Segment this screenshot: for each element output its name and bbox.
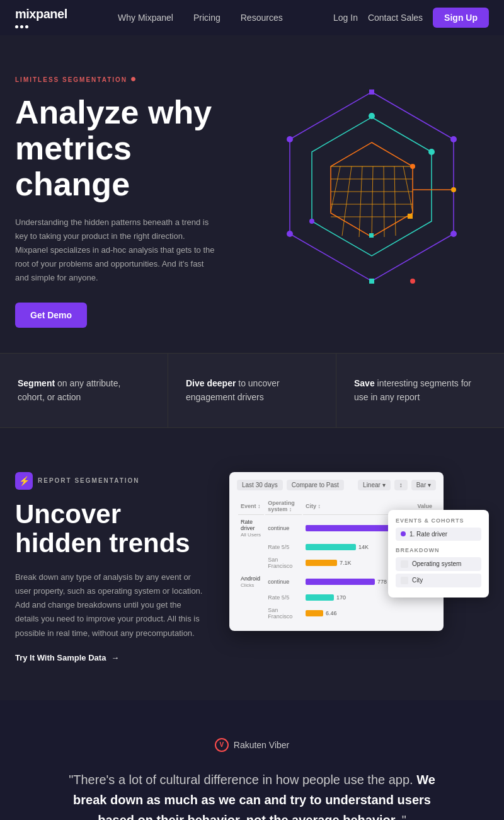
svg-line-11 xyxy=(372,166,373,237)
svg-line-13 xyxy=(394,166,396,236)
col-event: Event ↕ xyxy=(238,498,264,515)
svg-point-28 xyxy=(309,219,314,224)
event-item[interactable]: 1. Rate driver xyxy=(396,528,481,541)
toolbar-compare[interactable]: Compare to Past xyxy=(287,480,344,490)
svg-rect-27 xyxy=(408,214,413,219)
hero-section: LIMITLESS SEGMENTATION ● Analyze why met… xyxy=(0,35,504,353)
table-row: San Francisco 6.46 xyxy=(238,604,435,622)
hero-content: LIMITLESS SEGMENTATION ● Analyze why met… xyxy=(15,73,255,328)
report-section: ⚡ REPORT SEGMENTATION Uncover hidden tre… xyxy=(0,428,504,700)
mockup-toolbar: Last 30 days Compare to Past Linear ▾ ↕ … xyxy=(237,480,436,490)
contact-button[interactable]: Contact Sales xyxy=(368,13,423,23)
svg-line-9 xyxy=(342,166,352,236)
city-icon xyxy=(401,577,408,584)
svg-point-30 xyxy=(410,279,415,284)
svg-line-14 xyxy=(403,166,413,212)
feature-save: Save interesting segments for use in any… xyxy=(336,354,504,427)
signup-button[interactable]: Sign Up xyxy=(433,8,489,28)
hero-graphic xyxy=(258,73,485,300)
try-link[interactable]: Try It With Sample Data → xyxy=(15,653,204,662)
section-badge: ⚡ REPORT SEGMENTATION xyxy=(15,472,204,490)
testimonial-section: V Rakuten Viber "There's a lot of cultur… xyxy=(0,700,504,820)
badge-icon: ⚡ xyxy=(15,472,33,490)
logo: mixpanel xyxy=(15,7,67,28)
col-os: Operating system ↕ xyxy=(265,498,302,515)
event-dot xyxy=(401,531,406,536)
nav-why[interactable]: Why Mixpanel xyxy=(118,13,173,23)
section-title: Uncover hidden trends xyxy=(15,500,204,558)
toolbar-bar[interactable]: Bar ▾ xyxy=(411,480,436,490)
toolbar-sort[interactable]: ↕ xyxy=(394,480,408,490)
hero-badge: LIMITLESS SEGMENTATION ● xyxy=(15,73,255,84)
svg-marker-0 xyxy=(290,92,454,281)
events-cohorts-label: EVENTS & COHORTS xyxy=(396,517,481,524)
nav-links: Why Mixpanel Pricing Resources xyxy=(118,13,283,23)
nav-pricing[interactable]: Pricing xyxy=(193,13,220,23)
svg-point-19 xyxy=(287,231,293,237)
breakdown-sidebar: EVENTS & COHORTS 1. Rate driver BREAKDOW… xyxy=(388,510,489,598)
feature-strip: Segment on any attribute, cohort, or act… xyxy=(0,353,504,428)
breakdown-label: BREAKDOWN xyxy=(396,547,481,553)
logo-text: mixpanel xyxy=(15,7,67,21)
svg-point-22 xyxy=(369,113,375,119)
rakuten-logo: V Rakuten Viber xyxy=(25,738,479,752)
breakdown-os[interactable]: Operating system xyxy=(396,557,481,571)
svg-point-17 xyxy=(287,136,293,142)
report-left: ⚡ REPORT SEGMENTATION Uncover hidden tre… xyxy=(15,472,204,662)
navbar: mixpanel Why Mixpanel Pricing Resources … xyxy=(0,0,504,35)
svg-point-21 xyxy=(428,149,435,155)
badge-text: REPORT SEGMENTATION xyxy=(38,477,140,484)
arrow-icon: → xyxy=(111,653,119,662)
svg-line-10 xyxy=(359,166,362,237)
report-right: Last 30 days Compare to Past Linear ▾ ↕ … xyxy=(229,472,489,661)
hero-title: Analyze why metrics change xyxy=(15,95,255,203)
feature-segment: Segment on any attribute, cohort, or act… xyxy=(0,354,168,427)
hero-description: Understanding the hidden patterns beneat… xyxy=(15,216,217,285)
testimonial-quote: "There's a lot of cultural difference in… xyxy=(63,770,441,820)
svg-rect-29 xyxy=(369,279,374,284)
svg-point-26 xyxy=(451,187,456,192)
svg-point-16 xyxy=(450,136,457,142)
os-icon xyxy=(401,560,408,568)
toolbar-date[interactable]: Last 30 days xyxy=(237,480,283,490)
toolbar-linear[interactable]: Linear ▾ xyxy=(358,480,391,490)
svg-line-12 xyxy=(384,166,384,237)
rakuten-icon: V xyxy=(215,738,229,752)
feature-dive: Dive deeper to uncover engagement driver… xyxy=(168,354,336,427)
svg-rect-15 xyxy=(369,90,374,95)
svg-point-23 xyxy=(410,164,415,169)
svg-rect-24 xyxy=(369,233,374,238)
nav-resources[interactable]: Resources xyxy=(241,13,283,23)
nav-actions: Log In Contact Sales Sign Up xyxy=(333,8,489,28)
login-button[interactable]: Log In xyxy=(333,13,358,23)
breakdown-city[interactable]: City xyxy=(396,574,481,587)
svg-point-18 xyxy=(450,231,457,237)
section-desc: Break down any type of analysis by any e… xyxy=(15,570,204,640)
demo-button[interactable]: Get Demo xyxy=(15,303,87,328)
svg-line-8 xyxy=(331,166,340,212)
svg-marker-2 xyxy=(331,142,413,237)
